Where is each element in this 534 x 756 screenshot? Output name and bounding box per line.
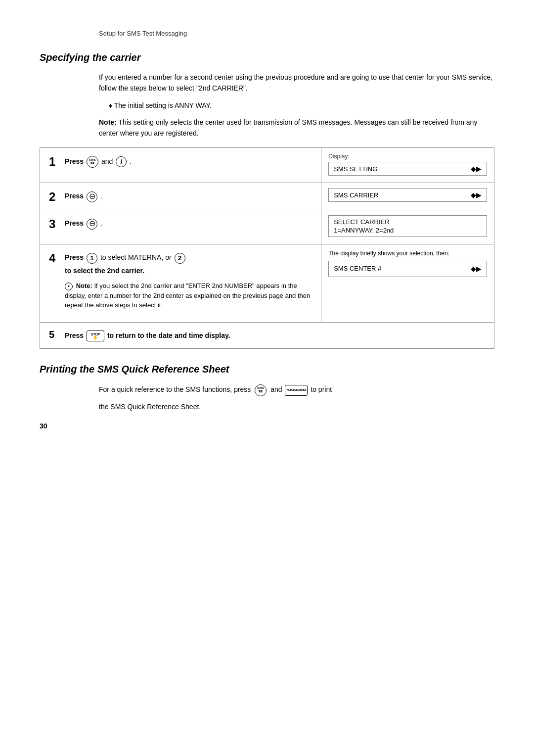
step-1-right: Display: SMS SETTING ◆▶ bbox=[321, 148, 494, 183]
display-arrow-4: ◆▶ bbox=[471, 264, 482, 274]
step-5-row: 5 Press STOP ✋ to return to the date and… bbox=[40, 323, 494, 348]
step-5-number: 5 bbox=[49, 330, 61, 339]
step-4-number: 4 bbox=[49, 251, 61, 264]
step-4-press: Press bbox=[65, 253, 84, 261]
step-1-and: and bbox=[101, 157, 115, 165]
num-icon-2: 2 bbox=[175, 253, 185, 264]
display-box-4: SMS CENTER # ◆▶ bbox=[328, 261, 487, 277]
section1-note: Note: This setting only selects the cent… bbox=[99, 117, 494, 139]
step-2-row: 2 Press ⊖ . SMS CARRIER ◆▶ bbox=[40, 183, 494, 210]
step-3-right: SELECT CARRIER 1=ANNYWAY, 2=2nd bbox=[321, 210, 494, 244]
section1-bullet: The initial setting is ANNY WAY. bbox=[109, 100, 494, 111]
nav-icon-3: ⊖ bbox=[87, 219, 97, 230]
step-4-row: 4 Press 1 to select MATERNA, or 2 to sel… bbox=[40, 244, 494, 322]
display-box-2: SMS CARRIER ◆▶ bbox=[328, 188, 487, 202]
section1-title: Specifying the carrier bbox=[40, 52, 494, 63]
display-label-1: Display: bbox=[328, 153, 487, 160]
step-5-press: Press bbox=[65, 331, 84, 339]
section2-and: and bbox=[270, 385, 284, 393]
step-4-left: 4 Press 1 to select MATERNA, or 2 to sel… bbox=[40, 244, 321, 322]
display-arrow-1: ◆▶ bbox=[471, 165, 482, 173]
section2-title: Printing the SMS Quick Reference Sheet bbox=[40, 364, 494, 375]
section2-text-before: For a quick reference to the SMS functio… bbox=[99, 385, 251, 393]
page-number: 30 bbox=[40, 422, 494, 430]
display-box-3: SELECT CARRIER 1=ANNYWAY, 2=2nd bbox=[328, 215, 487, 237]
steps-table: 1 Press SMS ✉ and i . Display: SMS SETTI… bbox=[40, 147, 494, 349]
step-2-right: SMS CARRIER ◆▶ bbox=[321, 183, 494, 210]
step-3-period: . bbox=[100, 219, 102, 227]
step-3-number: 3 bbox=[49, 217, 61, 230]
step-5-left: 5 Press STOP ✋ to return to the date and… bbox=[40, 323, 494, 348]
step-4-note: • Note: If you select the 2nd carrier an… bbox=[65, 276, 312, 315]
display-text-3a: SELECT CARRIER bbox=[334, 218, 389, 226]
display-text-3b: 1=ANNYWAY, 2=2nd bbox=[334, 227, 394, 234]
step-5-action: to return to the date and time display. bbox=[107, 331, 230, 339]
step-3-desc: Press ⊖ . bbox=[65, 217, 102, 229]
step-4-line2: to select the 2nd carrier. bbox=[65, 266, 312, 277]
info-icon-1: i bbox=[116, 156, 127, 167]
step-3-press: Press bbox=[65, 219, 84, 227]
stop-icon: STOP ✋ bbox=[87, 331, 104, 341]
step-4-line1: Press 1 to select MATERNA, or 2 bbox=[65, 252, 312, 263]
step-4-note-label: Note: bbox=[76, 282, 92, 289]
step-1-row: 1 Press SMS ✉ and i . Display: SMS SETTI… bbox=[40, 148, 494, 183]
section2-to-print: to print bbox=[311, 385, 332, 393]
section2-text-after: the SMS Quick Reference Sheet. bbox=[99, 401, 494, 412]
display-text-4: SMS CENTER # bbox=[334, 264, 381, 274]
step-2-desc: Press ⊖ . bbox=[65, 190, 102, 202]
step-5-desc: Press STOP ✋ to return to the date and t… bbox=[65, 330, 230, 341]
step-4-note-text: If you select the 2nd carrier and "ENTER… bbox=[65, 282, 310, 309]
step-1-press: Press bbox=[65, 157, 84, 165]
sms-icon-1: SMS ✉ bbox=[87, 156, 98, 168]
note-label: Note: bbox=[99, 118, 117, 126]
step-4-to-select: to select MATERNA, or bbox=[100, 253, 174, 261]
step-2-period: . bbox=[100, 192, 102, 200]
step-1-period: . bbox=[130, 157, 132, 165]
complex-icon: KOPEHLFEA8RUF bbox=[285, 385, 308, 396]
step-3-row: 3 Press ⊖ . SELECT CARRIER 1=ANNYWAY, 2=… bbox=[40, 210, 494, 244]
note-text: This setting only selects the center use… bbox=[99, 118, 477, 137]
step-2-press: Press bbox=[65, 192, 84, 200]
step-4-right: The display briefly shows your selection… bbox=[321, 244, 494, 322]
bullet-icon-4: • bbox=[65, 283, 73, 290]
num-icon-1: 1 bbox=[87, 253, 97, 264]
step-4-display-small: The display briefly shows your selection… bbox=[328, 249, 487, 258]
display-text-2: SMS CARRIER bbox=[334, 191, 378, 199]
display-text-1: SMS SETTING bbox=[334, 165, 377, 173]
page-header: Setup for SMS Test Messaging bbox=[99, 30, 494, 37]
nav-icon-2: ⊖ bbox=[87, 191, 97, 202]
step-3-left: 3 Press ⊖ . bbox=[40, 210, 321, 244]
section1-intro: If you entered a number for a second cen… bbox=[99, 72, 494, 94]
step-2-left: 2 Press ⊖ . bbox=[40, 183, 321, 210]
step-2-number: 2 bbox=[49, 190, 61, 203]
step-1-number: 1 bbox=[49, 155, 61, 168]
display-arrow-2: ◆▶ bbox=[471, 191, 482, 199]
step-1-desc: Press SMS ✉ and i . bbox=[65, 155, 132, 168]
step-4-desc: Press 1 to select MATERNA, or 2 to selec… bbox=[65, 251, 312, 315]
step-1-left: 1 Press SMS ✉ and i . bbox=[40, 148, 321, 183]
section2-text: For a quick reference to the SMS functio… bbox=[99, 384, 494, 396]
sms-icon-2: SMS ✉ bbox=[255, 384, 267, 396]
display-box-1: SMS SETTING ◆▶ bbox=[328, 162, 487, 176]
